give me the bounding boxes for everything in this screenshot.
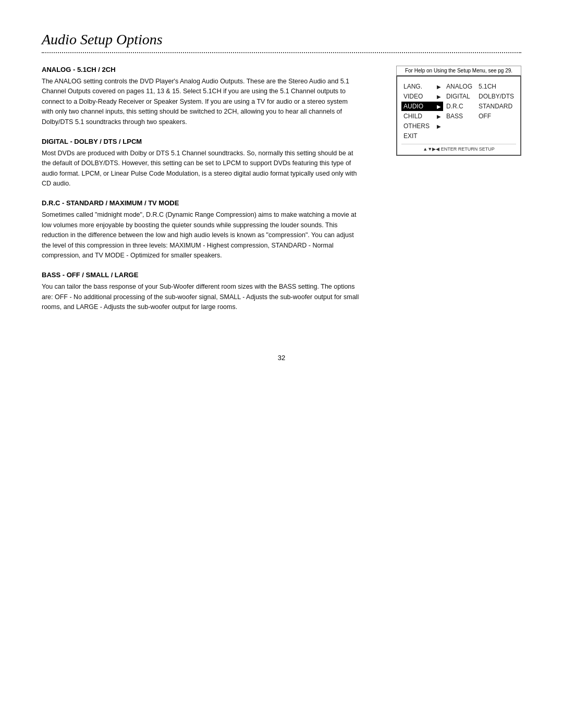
menu-grid: LANG. ▶ VIDEO ▶ AUDIO ▶ CHILD: [401, 82, 516, 141]
menu-item-others[interactable]: OTHERS ▶: [401, 121, 443, 131]
section-drc-body: Sometimes called "midnight mode", D.R.C …: [42, 210, 360, 261]
menu-col-2: 5.1CH DOLBY/DTS STANDARD OFF: [478, 82, 515, 141]
section-bass-title: BASS - OFF / SMALL / LARGE: [42, 271, 360, 279]
menu-col1-item-0: ANALOG: [445, 82, 473, 91]
right-column: For Help on Using the Setup Menu, see pg…: [375, 66, 521, 323]
menu-left-column: LANG. ▶ VIDEO ▶ AUDIO ▶ CHILD: [401, 82, 443, 141]
menu-label-exit: EXIT: [403, 132, 418, 140]
menu-arrow-lang: ▶: [437, 84, 441, 90]
section-analog: ANALOG - 5.1CH / 2CH The ANALOG setting …: [42, 66, 360, 127]
menu-col-1: ANALOG DIGITAL D.R.C BASS: [445, 82, 473, 141]
menu-item-video[interactable]: VIDEO ▶: [401, 92, 443, 101]
section-drc: D.R.C - STANDARD / MAXIMUM / TV MODE Som…: [42, 199, 360, 261]
section-divider: [42, 52, 521, 53]
menu-arrow-audio: ▶: [437, 104, 441, 109]
section-digital: DIGITAL - DOLBY / DTS / LPCM Most DVDs a…: [42, 138, 360, 189]
section-bass: BASS - OFF / SMALL / LARGE You can tailo…: [42, 271, 360, 312]
menu-arrow-child: ▶: [437, 114, 441, 119]
left-column: ANALOG - 5.1CH / 2CH The ANALOG setting …: [42, 66, 360, 323]
menu-col1-item-3: BASS: [445, 112, 473, 121]
section-bass-body: You can tailor the bass response of your…: [42, 282, 360, 312]
menu-col2-item-3: OFF: [478, 112, 515, 121]
menu-item-child[interactable]: CHILD ▶: [401, 112, 443, 121]
section-digital-title: DIGITAL - DOLBY / DTS / LPCM: [42, 138, 360, 145]
menu-col2-item-0: 5.1CH: [478, 82, 515, 91]
menu-label-child: CHILD: [403, 113, 422, 120]
content-area: ANALOG - 5.1CH / 2CH The ANALOG setting …: [42, 66, 521, 323]
page-number: 32: [42, 354, 521, 362]
setup-menu-container: For Help on Using the Setup Menu, see pg…: [375, 66, 521, 156]
menu-item-exit[interactable]: EXIT: [401, 131, 443, 141]
menu-label-lang: LANG.: [403, 83, 422, 90]
menu-label-video: VIDEO: [403, 93, 423, 100]
menu-col1-item-1: DIGITAL: [445, 92, 473, 101]
menu-label-others: OTHERS: [403, 122, 430, 130]
setup-menu-box: LANG. ▶ VIDEO ▶ AUDIO ▶ CHILD: [396, 76, 521, 156]
menu-col1-item-2: D.R.C: [445, 102, 473, 111]
menu-right-columns: ANALOG DIGITAL D.R.C BASS 5.1CH DOLBY/DT…: [445, 82, 516, 141]
menu-col2-item-2: STANDARD: [478, 102, 515, 111]
menu-arrow-others: ▶: [437, 124, 441, 129]
menu-arrow-video: ▶: [437, 94, 441, 100]
menu-nav-bar: ▲▼▶◀ ENTER RETURN SETUP: [401, 144, 516, 152]
section-digital-body: Most DVDs are produced with Dolby or DTS…: [42, 149, 360, 189]
menu-label-audio: AUDIO: [403, 103, 423, 110]
section-analog-title: ANALOG - 5.1CH / 2CH: [42, 66, 360, 73]
menu-item-audio[interactable]: AUDIO ▶: [401, 102, 443, 111]
menu-col2-item-1: DOLBY/DTS: [478, 92, 515, 101]
menu-item-lang[interactable]: LANG. ▶: [401, 82, 443, 91]
help-note: For Help on Using the Setup Menu, see pg…: [396, 66, 521, 76]
page-title: Audio Setup Options: [42, 31, 521, 48]
section-analog-body: The ANALOG setting controls the DVD Play…: [42, 77, 360, 127]
section-drc-title: D.R.C - STANDARD / MAXIMUM / TV MODE: [42, 199, 360, 207]
